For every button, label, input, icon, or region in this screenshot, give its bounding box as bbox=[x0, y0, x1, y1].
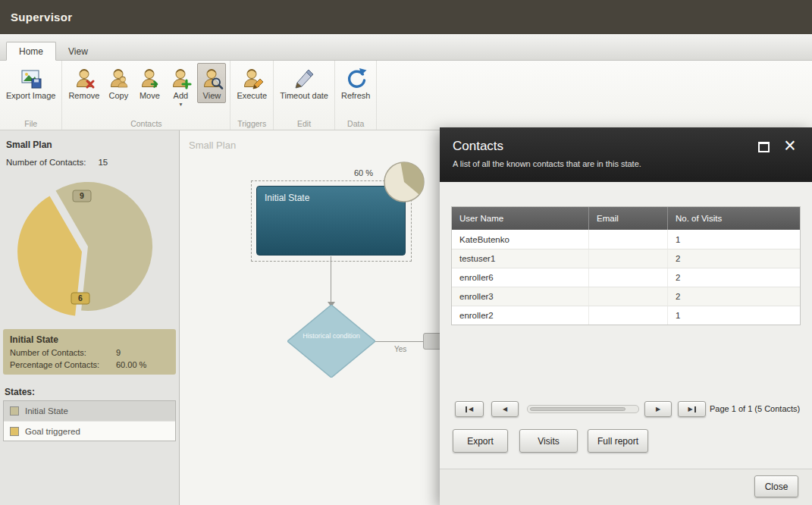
add-contact-button[interactable]: Add ▼ bbox=[166, 63, 195, 109]
table-row[interactable]: enroller6 2 bbox=[452, 268, 800, 287]
next-page-icon: ▶ bbox=[656, 406, 660, 412]
maximize-icon[interactable] bbox=[758, 142, 770, 152]
add-contact-icon bbox=[168, 66, 193, 90]
historical-condition-label: Historical condition bbox=[299, 332, 363, 340]
prev-page-icon: ◀ bbox=[503, 406, 507, 412]
tab-home[interactable]: Home bbox=[6, 42, 56, 61]
first-page-button[interactable]: ◀ bbox=[455, 401, 484, 417]
infobox-percent-label: Percentage of Contacts: bbox=[10, 359, 116, 372]
full-report-button[interactable]: Full report bbox=[588, 429, 648, 453]
contacts-dialog-header: Contacts A list of all the known contact… bbox=[440, 127, 812, 182]
connector-line-vertical bbox=[331, 256, 331, 302]
tab-view[interactable]: View bbox=[56, 42, 100, 60]
visits-button[interactable]: Visits bbox=[519, 429, 578, 453]
canvas-plan-title: Small Plan bbox=[189, 140, 236, 151]
refresh-label: Refresh bbox=[341, 91, 371, 101]
export-button[interactable]: Export bbox=[453, 429, 508, 453]
pager-scrollbar[interactable] bbox=[527, 405, 639, 413]
titlebar: Supervisor bbox=[0, 0, 812, 34]
node-percent-label: 60 % bbox=[354, 168, 373, 177]
copy-contact-button[interactable]: Copy bbox=[104, 63, 133, 103]
add-dropdown-icon[interactable]: ▼ bbox=[178, 102, 183, 107]
last-page-icon: ▶ bbox=[688, 406, 692, 412]
col-header-visits[interactable]: No. of Visits bbox=[667, 207, 800, 230]
cell-user-name: testuser1 bbox=[452, 249, 588, 268]
group-label-file: File bbox=[0, 119, 61, 128]
legend-item-goal-triggered[interactable]: Goal triggered bbox=[4, 421, 175, 441]
initial-state-node-label: Initial State bbox=[265, 193, 397, 203]
col-header-email[interactable]: Email bbox=[588, 207, 667, 230]
refresh-button[interactable]: Refresh bbox=[339, 63, 373, 103]
dialog-title: Contacts bbox=[453, 139, 503, 154]
table-row[interactable]: enroller2 1 bbox=[452, 306, 800, 325]
prev-page-button[interactable]: ◀ bbox=[491, 401, 519, 417]
view-label: View bbox=[203, 91, 221, 101]
infobox-percent-row: Percentage of Contacts: 60.00 % bbox=[10, 359, 169, 372]
plan-title: Small Plan bbox=[6, 140, 52, 150]
close-icon[interactable]: × bbox=[779, 132, 801, 159]
timeout-date-label: Timeout date bbox=[280, 91, 328, 101]
ribbon-group-file: Export Image File bbox=[0, 61, 62, 130]
legend-swatch-goal-triggered bbox=[10, 427, 19, 436]
legend-item-initial-state[interactable]: Initial State bbox=[4, 401, 175, 421]
plan-contacts-count: Number of Contacts: 15 bbox=[6, 158, 108, 167]
pager-scrollbar-thumb[interactable] bbox=[530, 407, 625, 411]
execute-trigger-button[interactable]: Execute bbox=[234, 63, 269, 103]
contacts-table-header: User Name Email No. of Visits bbox=[452, 207, 800, 230]
close-button[interactable]: Close bbox=[754, 475, 798, 497]
col-header-user-name[interactable]: User Name bbox=[452, 207, 588, 230]
timeout-date-icon bbox=[292, 66, 316, 90]
infobox-percent-value: 60.00 % bbox=[116, 359, 146, 372]
execute-label: Execute bbox=[237, 91, 267, 101]
cell-email bbox=[588, 287, 667, 306]
ribbon-group-edit: Timeout date Edit bbox=[274, 61, 335, 130]
first-page-icon: ◀ bbox=[469, 406, 473, 412]
window-title: Supervisor bbox=[11, 0, 72, 34]
states-legend: Initial State Goal triggered bbox=[3, 400, 176, 441]
remove-contact-button[interactable]: Remove bbox=[66, 63, 102, 103]
cell-user-name: enroller2 bbox=[452, 306, 588, 325]
contacts-pie-chart: 6 9 bbox=[12, 171, 164, 322]
cell-email bbox=[588, 306, 667, 325]
table-row[interactable]: KateButenko 1 bbox=[452, 230, 800, 249]
last-page-button[interactable]: ▶ bbox=[678, 401, 706, 417]
cell-visits: 2 bbox=[667, 268, 800, 287]
historical-condition-node[interactable]: Historical condition bbox=[287, 305, 375, 378]
first-page-bar bbox=[466, 406, 467, 412]
plan-summary-panel: Small Plan Number of Contacts: 15 6 9 In… bbox=[0, 130, 180, 505]
page-status: Page 1 of 1 (5 Contacts) bbox=[710, 404, 800, 413]
connector-line-yes bbox=[375, 341, 424, 342]
last-page-bar bbox=[694, 406, 696, 412]
group-label-contacts: Contacts bbox=[62, 119, 230, 128]
cell-visits: 2 bbox=[667, 287, 800, 306]
ribbon: Export Image File Remove Copy bbox=[0, 61, 812, 130]
move-contact-icon bbox=[137, 66, 161, 90]
group-label-edit: Edit bbox=[274, 119, 334, 128]
export-image-button[interactable]: Export Image bbox=[4, 63, 58, 103]
node-mini-pie bbox=[381, 159, 427, 205]
remove-contact-icon bbox=[72, 66, 96, 90]
group-label-data: Data bbox=[335, 119, 377, 128]
view-contact-button[interactable]: View bbox=[197, 63, 226, 103]
cell-user-name: enroller6 bbox=[452, 268, 588, 287]
legend-label-goal-triggered: Goal triggered bbox=[25, 427, 80, 436]
add-label: Add bbox=[174, 91, 189, 101]
copy-label: Copy bbox=[109, 91, 129, 101]
cell-visits: 2 bbox=[667, 249, 800, 268]
move-label: Move bbox=[140, 91, 160, 101]
dialog-subtitle: A list of all the known contacts that ar… bbox=[453, 159, 641, 168]
infobox-contacts-label: Number of Contacts: bbox=[10, 347, 116, 359]
cell-visits: 1 bbox=[667, 230, 800, 249]
table-row[interactable]: enroller3 2 bbox=[452, 287, 800, 306]
timeout-date-button[interactable]: Timeout date bbox=[277, 63, 331, 103]
ribbon-group-data: Refresh Data bbox=[335, 61, 378, 130]
cell-email bbox=[588, 249, 667, 268]
move-contact-button[interactable]: Move bbox=[135, 63, 164, 103]
condition-diamond-shape bbox=[287, 305, 375, 378]
states-legend-title: States: bbox=[5, 387, 35, 397]
table-row[interactable]: testuser1 2 bbox=[452, 249, 800, 268]
next-page-button[interactable]: ▶ bbox=[644, 401, 672, 417]
app-window: Supervisor Home View Export Image File bbox=[0, 0, 812, 505]
selected-state-infobox: Initial State Number of Contacts: 9 Perc… bbox=[3, 329, 176, 375]
legend-label-initial-state: Initial State bbox=[25, 406, 68, 416]
